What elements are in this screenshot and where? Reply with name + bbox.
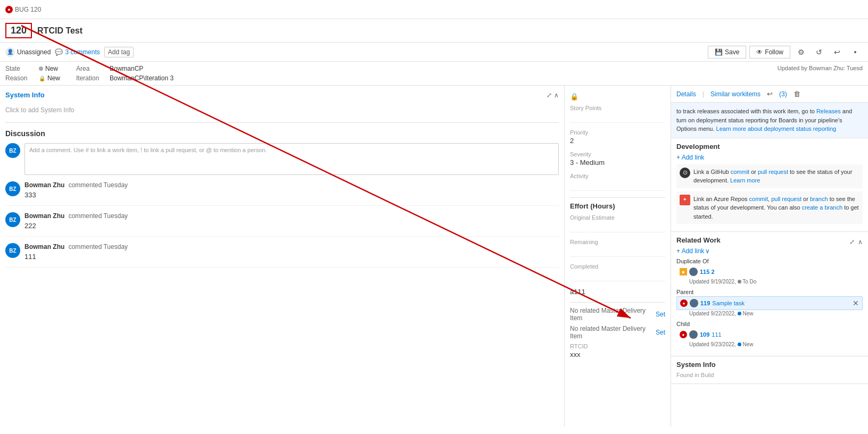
- title-bar: 120 RTCID Test: [0, 19, 868, 43]
- child-updated: Updated 9/23/2022,: [689, 341, 736, 347]
- reason-value: 🔒 New: [39, 74, 60, 82]
- save-button[interactable]: 💾 Save: [708, 46, 746, 59]
- rtcid-value[interactable]: xxx: [570, 350, 665, 358]
- system-info-placeholder[interactable]: Click to add System Info: [5, 102, 559, 118]
- expand-icon[interactable]: ⤢: [547, 91, 552, 99]
- right-panel: Details | Similar workitems ↩ (3) 🗑 to t…: [671, 86, 868, 427]
- delivery-item-1: No related Master Delivery Item Set: [570, 307, 665, 322]
- duplicate-status: To Do: [742, 279, 756, 285]
- dev-add-link[interactable]: + Add link: [676, 154, 863, 161]
- tab-delete-icon[interactable]: 🗑: [793, 89, 800, 99]
- parent-close-button[interactable]: ✕: [853, 299, 859, 307]
- tab-similar-work[interactable]: Similar workitems: [710, 89, 760, 99]
- child-item-num2[interactable]: 111: [712, 331, 721, 338]
- updated-info: Updated by Bowman Zhu: Tuesd: [778, 65, 863, 71]
- comment-item-3: BZ Bowman Zhu commented Tuesday 111: [5, 243, 559, 268]
- iteration-label: Iteration: [76, 74, 105, 82]
- set-link-1[interactable]: Set: [656, 311, 665, 318]
- parent-item-num[interactable]: 119: [700, 300, 710, 306]
- story-points-value[interactable]: [570, 112, 665, 123]
- comment-icon: 💬: [55, 48, 63, 56]
- parent-item-title[interactable]: Sample task: [712, 300, 745, 306]
- severity-section: Severity 3 - Medium: [570, 151, 665, 166]
- user-icon: 👤: [5, 47, 15, 57]
- state-dot: [39, 66, 43, 71]
- original-estimate-value[interactable]: [570, 222, 665, 232]
- remaining-value[interactable]: [570, 246, 665, 257]
- bug-label-text: BUG 120: [15, 6, 41, 13]
- related-work-title: Related Work: [676, 236, 721, 244]
- comment-avatar-1: BZ: [5, 181, 20, 196]
- top-bar: ● BUG 120: [0, 0, 868, 19]
- area-value: BowmanCP: [110, 65, 143, 72]
- main-content: System Info ⤢ ∧ Click to add System Info…: [0, 86, 868, 427]
- child-user-icon: 👤: [689, 330, 698, 339]
- state-item: State New: [5, 65, 60, 72]
- azure-commit-link[interactable]: commit: [749, 196, 768, 202]
- comment-input[interactable]: Add a comment. Use # to link a work item…: [24, 143, 559, 175]
- bug-icon: ●: [5, 6, 13, 13]
- reason-item: Reason 🔒 New: [5, 74, 60, 82]
- more-button[interactable]: •: [848, 45, 863, 60]
- rtcid-section: RTCID xxx: [570, 343, 665, 358]
- discussion-title: Discussion: [5, 129, 559, 138]
- github-text: Link a GitHub commit or pull request to …: [693, 168, 859, 185]
- github-pr-link[interactable]: pull request: [758, 169, 788, 175]
- azure-pr-link[interactable]: pull request: [771, 196, 801, 202]
- comment-text-1: 333: [24, 191, 559, 199]
- add-tag-button[interactable]: Add tag: [104, 47, 134, 57]
- comment-item-2: BZ Bowman Zhu commented Tuesday 222: [5, 212, 559, 237]
- azure-branch-link[interactable]: branch: [810, 196, 828, 202]
- child-item-num1[interactable]: 109: [700, 331, 709, 338]
- github-learn-more-link[interactable]: Learn more: [730, 177, 760, 183]
- child-entry: Child ● 👤 109 111 Updated 9/23/2022, New: [676, 321, 863, 347]
- tab-details[interactable]: Details: [676, 89, 696, 99]
- development-section: Development + Add link ⊙ Link a GitHub c…: [671, 138, 868, 232]
- severity-value[interactable]: 3 - Medium: [570, 158, 665, 166]
- page-title: RTCID Test: [37, 26, 863, 36]
- priority-value[interactable]: 2: [570, 137, 665, 145]
- child-label: Child: [676, 321, 863, 327]
- tab-history-icon[interactable]: ↩: [767, 89, 773, 99]
- child-item-meta: Updated 9/23/2022, New: [676, 341, 863, 347]
- comments-button[interactable]: 💬 3 comments: [55, 48, 100, 56]
- github-row: ⊙ Link a GitHub commit or pull request t…: [676, 164, 863, 188]
- comment-author-line-1: Bowman Zhu commented Tuesday: [24, 181, 559, 189]
- comment-time-3: commented Tuesday: [69, 243, 128, 251]
- create-branch-link[interactable]: create a branch: [802, 204, 842, 211]
- reason-label: Reason: [5, 74, 35, 82]
- github-commit-link[interactable]: commit: [731, 169, 749, 175]
- delivery-label-1: No related Master Delivery Item: [570, 307, 656, 322]
- iteration-item: Iteration BowmanCP\Iteration 3: [76, 74, 173, 82]
- undo-button[interactable]: ↩: [830, 45, 845, 60]
- refresh-button[interactable]: ↺: [812, 45, 826, 60]
- comment-text-2: 222: [24, 222, 559, 230]
- activity-label: Activity: [570, 173, 665, 179]
- settings-button[interactable]: ⚙: [793, 45, 808, 60]
- learn-more-link[interactable]: Learn more about deployment status repor…: [716, 126, 837, 132]
- releases-link[interactable]: Releases: [816, 108, 841, 114]
- set-link-2[interactable]: Set: [656, 329, 665, 336]
- collapse-icon[interactable]: ∧: [554, 91, 559, 99]
- follow-button[interactable]: 👁 Follow: [749, 46, 790, 59]
- comment-author-3: Bowman Zhu: [24, 243, 64, 251]
- area-label: Area: [76, 65, 105, 72]
- comment-body-3: Bowman Zhu commented Tuesday 111: [24, 243, 559, 261]
- right-tabs: Details | Similar workitems ↩ (3) 🗑: [671, 86, 868, 103]
- duplicate-item-num[interactable]: 115 2: [700, 269, 715, 275]
- related-work-expand-icon[interactable]: ⤢: [849, 238, 855, 246]
- related-add-link[interactable]: + Add link ∨: [676, 247, 863, 255]
- middle-panel: 🔒 Story Points Priority 2 Severity 3 - M…: [565, 86, 671, 427]
- follow-eye-icon: 👁: [756, 48, 763, 56]
- parent-status: New: [742, 311, 753, 316]
- comment-avatar-3: BZ: [5, 243, 20, 258]
- activity-value[interactable]: [570, 180, 665, 191]
- severity-label: Severity: [570, 151, 665, 157]
- reason-text: New: [47, 74, 60, 82]
- assignee-button[interactable]: 👤 Unassigned: [5, 47, 51, 57]
- tab-links[interactable]: (3): [779, 89, 787, 99]
- state-value: New: [39, 65, 58, 72]
- parent-updated: Updated 9/22/2022,: [689, 311, 736, 316]
- completed-value[interactable]: [570, 271, 665, 281]
- related-work-collapse-icon[interactable]: ∧: [858, 238, 863, 246]
